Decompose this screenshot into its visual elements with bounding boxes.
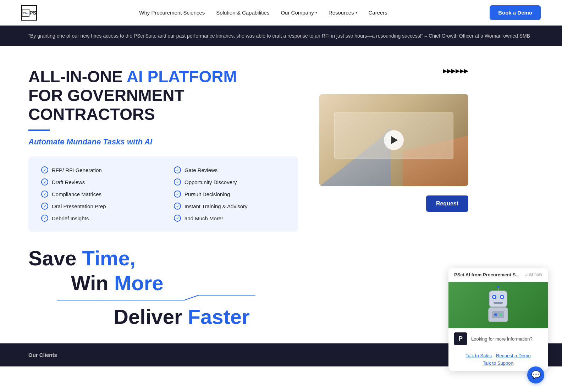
check-icon-training: ✓ bbox=[174, 203, 181, 210]
talk-to-support-link[interactable]: Talk to Support bbox=[483, 360, 514, 366]
chat-p-logo: P bbox=[454, 332, 467, 345]
hero-title: ALL-IN-ONE AI PLATFORM FOR GOVERNMENT CO… bbox=[28, 67, 298, 124]
svg-point-15 bbox=[499, 313, 502, 316]
nav-arrows: ▶▶▶▶▶▶ bbox=[443, 67, 468, 74]
request-demo-link[interactable]: Request a Demo bbox=[496, 353, 531, 358]
feature-pursuit: ✓ Pursuit Decisioning bbox=[174, 191, 285, 198]
hero-video[interactable] bbox=[319, 94, 468, 186]
chat-body: P Looking for more information? bbox=[448, 328, 548, 349]
feature-gate-reviews: ✓ Gate Reviews bbox=[174, 166, 285, 173]
book-demo-button[interactable]: Book a Demo bbox=[490, 5, 541, 20]
announcement-banner: "By granting one of our new hires access… bbox=[0, 26, 562, 46]
chat-header: PSci.AI from Procurement S... Just now bbox=[448, 268, 548, 282]
svg-point-11 bbox=[497, 286, 499, 288]
our-company-chevron: ▾ bbox=[315, 11, 317, 15]
chat-message: Looking for more information? bbox=[471, 336, 533, 342]
banner-text: "By granting one of our new hires access… bbox=[28, 33, 530, 39]
hero-right: ▶▶▶▶▶▶ Request bbox=[319, 67, 468, 212]
nav-solution[interactable]: Solution & Capabilities bbox=[216, 10, 269, 16]
logo-icon: PS ci .AI bbox=[21, 5, 37, 21]
chat-sender-info: PSci.AI from Procurement S... bbox=[454, 272, 519, 277]
hero-left: ALL-IN-ONE AI PLATFORM FOR GOVERNMENT CO… bbox=[28, 67, 298, 329]
tagline-underline bbox=[28, 292, 298, 304]
nav-resources[interactable]: Resources ▾ bbox=[329, 10, 357, 16]
video-placeholder bbox=[319, 94, 468, 186]
tagline-win-more: Win More bbox=[28, 271, 298, 296]
check-icon-pursuit: ✓ bbox=[174, 191, 181, 198]
footer-clients-label: Our Clients bbox=[28, 352, 57, 358]
chat-widget: PSci.AI from Procurement S... Just now bbox=[448, 268, 548, 371]
features-grid: ✓ RFP/ RFI Generation ✓ Gate Reviews ✓ D… bbox=[28, 156, 298, 232]
logo[interactable]: PS ci .AI bbox=[21, 5, 37, 21]
hero-tagline: Save Time, Win More Deliver Faster bbox=[28, 246, 298, 329]
chat-sender-name: PSci.AI from Procurement S... bbox=[454, 272, 519, 277]
feature-debrief: ✓ Debrief Insights bbox=[41, 215, 153, 222]
tagline-save-time: Save Time, bbox=[28, 246, 298, 271]
svg-rect-13 bbox=[492, 311, 504, 318]
hero-divider bbox=[28, 129, 50, 131]
chat-time: Just now bbox=[525, 272, 542, 277]
nav-careers[interactable]: Careers bbox=[369, 10, 387, 16]
feature-rfp-rfi: ✓ RFP/ RFI Generation bbox=[41, 166, 153, 173]
chat-bubble-icon: 💬 bbox=[531, 370, 541, 380]
check-icon-rfp: ✓ bbox=[41, 166, 48, 173]
nav-why-procurement[interactable]: Why Procurement Sciences bbox=[139, 10, 205, 16]
check-icon-opp: ✓ bbox=[174, 178, 181, 186]
svg-text:ci: ci bbox=[26, 12, 28, 14]
talk-to-sales-link[interactable]: Talk to Sales bbox=[465, 353, 492, 358]
svg-point-6 bbox=[493, 296, 495, 298]
feature-oral-prep: ✓ Oral Presentation Prep bbox=[41, 203, 153, 210]
resources-chevron: ▾ bbox=[356, 11, 357, 15]
video-play-button[interactable] bbox=[384, 130, 404, 150]
tagline-deliver-faster: Deliver Faster bbox=[28, 304, 298, 329]
svg-rect-9 bbox=[494, 302, 503, 304]
check-icon-comp: ✓ bbox=[41, 191, 48, 198]
chat-robot-image bbox=[448, 282, 548, 328]
feature-more: ✓ and Much More! bbox=[174, 215, 285, 222]
chat-bubble-button[interactable]: 💬 bbox=[527, 366, 544, 383]
svg-point-14 bbox=[494, 313, 497, 316]
robot-svg bbox=[482, 286, 514, 325]
feature-opportunity: ✓ Opportunity Discovery bbox=[174, 178, 285, 186]
hero-subtitle: Automate Mundane Tasks with AI bbox=[28, 137, 298, 147]
svg-point-8 bbox=[501, 296, 503, 298]
feature-instant-training: ✓ Instant Training & Advisory bbox=[174, 203, 285, 210]
svg-rect-4 bbox=[489, 291, 507, 307]
nav-links: Why Procurement Sciences Solution & Capa… bbox=[139, 10, 387, 16]
check-icon-debrief: ✓ bbox=[41, 215, 48, 222]
request-button[interactable]: Request bbox=[426, 195, 468, 212]
svg-text:.AI: .AI bbox=[28, 12, 29, 14]
check-icon-oral: ✓ bbox=[41, 203, 48, 210]
chat-action-row-1: Talk to Sales Request a Demo bbox=[454, 353, 542, 358]
check-icon-draft: ✓ bbox=[41, 178, 48, 186]
feature-compliance: ✓ Compliance Matrices bbox=[41, 191, 153, 198]
chat-action-row-2: Talk to Support bbox=[454, 360, 542, 366]
nav-our-company[interactable]: Our Company ▾ bbox=[281, 10, 317, 16]
navbar: PS ci .AI Why Procurement Sciences Solut… bbox=[0, 0, 562, 26]
hero-title-line2: FOR GOVERNMENT CONTRACTORS bbox=[28, 86, 298, 124]
hero-title-line1: ALL-IN-ONE AI PLATFORM bbox=[28, 67, 298, 86]
check-icon-gate: ✓ bbox=[174, 166, 181, 173]
feature-draft-reviews: ✓ Draft Reviews bbox=[41, 178, 153, 186]
check-icon-more: ✓ bbox=[174, 215, 181, 222]
